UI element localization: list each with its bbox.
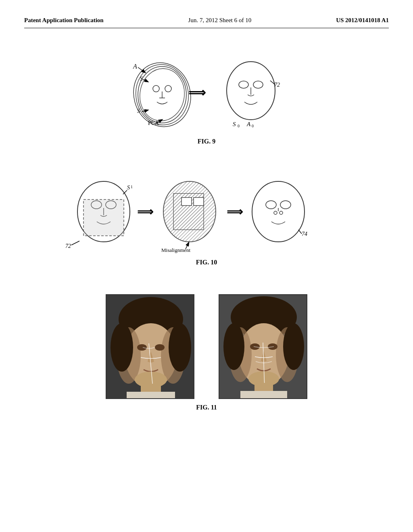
svg-text:⟹: ⟹ (227, 206, 243, 218)
fig9-diagram: A S PCA S ⟹ (24, 52, 389, 133)
header-center-text: Jun. 7, 2012 Sheet 6 of 10 (188, 16, 252, 25)
figure-11-section: FIG. 11 (24, 286, 389, 411)
figure-9-section: A S PCA S ⟹ (24, 44, 389, 145)
fig10-caption: FIG. 10 (196, 259, 217, 266)
svg-line-53 (298, 230, 302, 234)
svg-point-60 (169, 323, 191, 372)
fig11-photo-left (106, 294, 194, 399)
svg-text:S: S (140, 76, 143, 82)
fig11-photo-right (219, 294, 307, 399)
svg-text:0: 0 (238, 124, 240, 128)
svg-point-18 (239, 81, 248, 88)
svg-line-9 (138, 67, 145, 73)
svg-text:72: 72 (65, 243, 71, 249)
fig9-svg: A S PCA S ⟹ (110, 54, 303, 131)
svg-text:72: 72 (274, 82, 280, 88)
svg-text:⟹: ⟹ (137, 206, 153, 218)
svg-line-37 (71, 241, 79, 245)
svg-text:S: S (233, 121, 236, 127)
fig11-photos (106, 294, 307, 399)
svg-text:74: 74 (302, 231, 307, 237)
page: Patent Application Publication Jun. 7, 2… (0, 0, 413, 532)
svg-text:⟹: ⟹ (188, 86, 206, 99)
svg-text:S: S (137, 108, 140, 114)
svg-point-47 (266, 201, 276, 209)
header-left-text: Patent Application Publication (24, 16, 104, 25)
svg-rect-32 (83, 200, 124, 236)
svg-point-74 (283, 323, 304, 370)
svg-text:A: A (246, 121, 251, 127)
figure-10-section: S 1 72 ⟹ (24, 165, 389, 266)
svg-text:A: A (133, 63, 137, 70)
svg-text:S: S (127, 185, 130, 191)
svg-point-59 (111, 323, 133, 372)
fig9-caption: FIG. 9 (198, 138, 215, 145)
svg-point-19 (253, 81, 263, 88)
svg-rect-41 (181, 197, 192, 206)
svg-point-46 (252, 181, 305, 242)
svg-line-15 (142, 110, 148, 112)
svg-point-48 (280, 201, 291, 209)
page-header: Patent Application Publication Jun. 7, 2… (24, 16, 389, 28)
svg-point-5 (165, 85, 171, 92)
svg-text:0: 0 (252, 124, 254, 128)
fig11-right-svg (219, 295, 307, 399)
fig11-left-svg (106, 295, 194, 399)
svg-point-4 (153, 85, 159, 92)
fig11-caption: FIG. 11 (196, 404, 217, 411)
svg-rect-80 (240, 391, 287, 399)
svg-point-73 (223, 323, 244, 370)
svg-rect-66 (127, 392, 175, 399)
svg-text:PCA: PCA (148, 120, 159, 126)
svg-point-61 (137, 344, 147, 351)
header-right-text: US 2012/0141018 A1 (336, 16, 389, 25)
svg-rect-42 (194, 197, 204, 206)
svg-point-62 (155, 344, 165, 351)
fig10-svg: S 1 72 ⟹ (65, 173, 348, 254)
fig10-diagram: S 1 72 ⟹ (24, 173, 389, 254)
svg-text:1: 1 (131, 185, 133, 189)
